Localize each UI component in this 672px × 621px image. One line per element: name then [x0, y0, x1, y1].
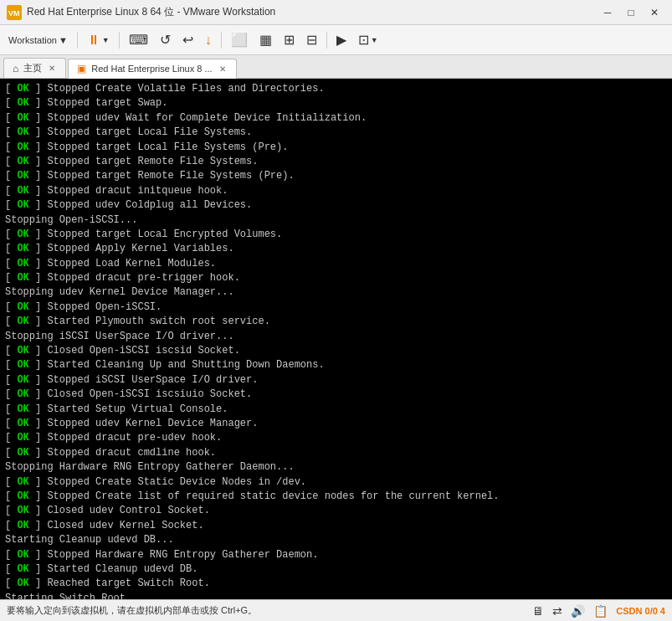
terminal-line: [ OK ] Closed udev Control Socket. [5, 504, 667, 518]
remote-display-button[interactable]: ⊡ ▼ [353, 28, 383, 52]
terminal-line: [ OK ] Stopped udev Kernel Device Manage… [5, 417, 667, 431]
terminal-line: [ OK ] Started Cleanup udevd DB. [5, 562, 667, 577]
terminal-line: [ OK ] Stopped Create Static Device Node… [5, 475, 667, 490]
statusbar-right-text: CSDN 0/0 4 [616, 606, 665, 616]
titlebar: VM Red Hat Enterprise Linux 8 64 位 - VMw… [0, 0, 672, 25]
terminal-line: Starting Switch Root... [5, 592, 667, 599]
unity-icon: ▦ [259, 32, 272, 48]
toolbar-separator-1 [77, 32, 78, 49]
terminal-line: [ OK ] Stopped target Remote File System… [5, 169, 667, 183]
terminal-line: [ OK ] Stopped target Local File Systems… [5, 141, 667, 155]
terminal-line: [ OK ] Started Setup Virtual Console. [5, 403, 667, 417]
terminal-line: [ OK ] Stopped dracut pre-udev hook. [5, 431, 667, 445]
terminal-line: [ OK ] Closed udev Kernel Socket. [5, 519, 667, 533]
split-icon: ⊞ [284, 32, 295, 48]
tabbar: ⌂ 主页 ✕ ▣ Red Hat Enterprise Linux 8 ... … [0, 55, 672, 79]
revert-icon: ↩ [182, 32, 193, 48]
terminal-line: [ OK ] Stopped Create Volatile Files and… [5, 82, 667, 96]
snapshot-icon: ↺ [160, 32, 171, 48]
transfer-icon[interactable]: ⇄ [552, 604, 562, 618]
terminal-line: [ OK ] Stopped Open-iSCSI. [5, 300, 667, 315]
terminal-display[interactable]: [ OK ] Stopped Create Volatile Files and… [0, 79, 672, 599]
view-split-button[interactable]: ⊞ [279, 28, 300, 52]
titlebar-left: VM Red Hat Enterprise Linux 8 64 位 - VMw… [7, 5, 275, 20]
toolbar: Workstation ▼ ⏸ ▼ ⌨ ↺ ↩ ↓ ⬜ ▦ ⊞ ⊟ ▶ ⊡ ▼ [0, 25, 672, 55]
suspend-icon: ↓ [205, 33, 212, 48]
dropdown-arrow-icon: ▼ [59, 35, 68, 45]
svg-text:VM: VM [8, 9, 20, 18]
tab-home-label: 主页 [23, 62, 42, 74]
console-icon: ▶ [336, 32, 346, 48]
ctrl-alt-del-icon: ⌨ [129, 32, 148, 48]
pause-button[interactable]: ⏸ ▼ [82, 28, 115, 52]
terminal-line: [ OK ] Reached target Switch Root. [5, 577, 667, 591]
clipboard-icon[interactable]: 📋 [593, 604, 608, 618]
terminal-line: [ OK ] Stopped Apply Kernel Variables. [5, 242, 667, 256]
terminal-line: Stopping iSCSI UserSpace I/O driver... [5, 330, 667, 344]
fullscreen-icon: ⬜ [231, 32, 248, 48]
revert-button[interactable]: ↩ [177, 28, 198, 52]
view-unity-button[interactable]: ▦ [254, 28, 277, 52]
tab-vm-label: Red Hat Enterprise Linux 8 ... [91, 64, 212, 74]
snapshot-button[interactable]: ↺ [155, 28, 176, 52]
network-icon[interactable]: 🖥 [532, 604, 544, 618]
tab-vm-close-button[interactable]: ✕ [218, 64, 228, 74]
view-option-button[interactable]: ⊟ [301, 28, 322, 52]
pause-dropdown-icon: ▼ [102, 36, 110, 44]
terminal-line: [ OK ] Stopped dracut initqueue hook. [5, 184, 667, 198]
terminal-line: [ OK ] Stopped Create list of required s… [5, 490, 667, 504]
minimize-button[interactable]: ─ [597, 4, 618, 21]
terminal-line: [ OK ] Stopped Load Kernel Modules. [5, 257, 667, 271]
maximize-button[interactable]: □ [620, 4, 642, 21]
terminal-line: [ OK ] Closed Open-iSCSI iscsiuio Socket… [5, 387, 667, 402]
view-fullscreen-button[interactable]: ⬜ [226, 28, 253, 52]
terminal-line: Stopping Hardware RNG Entropy Gatherer D… [5, 460, 667, 475]
tab-home-close-button[interactable]: ✕ [47, 63, 57, 74]
terminal-line: [ OK ] Started Cleaning Up and Shutting … [5, 358, 667, 372]
console-button[interactable]: ▶ [331, 28, 351, 52]
titlebar-title: Red Hat Enterprise Linux 8 64 位 - VMware… [27, 5, 275, 19]
terminal-content: [ OK ] Stopped Create Volatile Files and… [5, 82, 667, 599]
remote-dropdown-icon: ▼ [371, 36, 378, 44]
terminal-line: [ OK ] Started Plymouth switch root serv… [5, 315, 667, 329]
terminal-line: [ OK ] Stopped udev Wait for Complete De… [5, 111, 667, 126]
terminal-line: [ OK ] Stopped target Swap. [5, 96, 667, 110]
pause-icon: ⏸ [87, 33, 100, 48]
terminal-line: [ OK ] Stopped iSCSI UserSpace I/O drive… [5, 373, 667, 387]
terminal-line: [ OK ] Stopped Hardware RNG Entropy Gath… [5, 548, 667, 562]
terminal-line: Stopping Open-iSCSI... [5, 213, 667, 228]
terminal-line: [ OK ] Stopped udev Coldplug all Devices… [5, 198, 667, 213]
close-button[interactable]: ✕ [644, 4, 665, 21]
statusbar-right: 🖥 ⇄ 🔊 📋 CSDN 0/0 4 [532, 604, 665, 618]
tab-vm[interactable]: ▣ Red Hat Enterprise Linux 8 ... ✕ [68, 59, 236, 79]
workstation-menu-button[interactable]: Workstation ▼ [3, 28, 73, 52]
titlebar-controls: ─ □ ✕ [597, 4, 665, 21]
terminal-line: [ OK ] Closed Open-iSCSI iscsid Socket. [5, 344, 667, 358]
view-option-icon: ⊟ [306, 32, 317, 48]
audio-icon[interactable]: 🔊 [571, 604, 585, 618]
terminal-line: [ OK ] Stopped dracut pre-trigger hook. [5, 271, 667, 285]
remote-icon: ⊡ [358, 32, 369, 48]
terminal-line: Starting Cleanup udevd DB... [5, 533, 667, 547]
terminal-line: Stopping udev Kernel Device Manager... [5, 285, 667, 300]
terminal-line: [ OK ] Stopped target Local Encrypted Vo… [5, 228, 667, 242]
toolbar-separator-4 [326, 32, 327, 49]
terminal-line: [ OK ] Stopped target Local File Systems… [5, 126, 667, 140]
vmware-logo-icon: VM [7, 5, 22, 20]
statusbar-hint: 要将输入定向到该虚拟机，请在虚拟机内部单击或按 Ctrl+G。 [7, 604, 257, 617]
terminal-line: [ OK ] Stopped target Remote File System… [5, 155, 667, 169]
statusbar: 要将输入定向到该虚拟机，请在虚拟机内部单击或按 Ctrl+G。 🖥 ⇄ 🔊 📋 … [0, 599, 672, 621]
tab-home[interactable]: ⌂ 主页 ✕ [3, 58, 66, 78]
toolbar-separator-2 [119, 32, 120, 49]
terminal-line: [ OK ] Stopped dracut cmdline hook. [5, 446, 667, 460]
send-ctrl-alt-del-button[interactable]: ⌨ [124, 28, 153, 52]
tab-vm-icon: ▣ [77, 63, 86, 74]
workstation-label: Workstation [8, 35, 57, 45]
toolbar-separator-3 [221, 32, 222, 49]
tab-home-icon: ⌂ [13, 63, 18, 74]
suspend-button[interactable]: ↓ [200, 28, 217, 52]
